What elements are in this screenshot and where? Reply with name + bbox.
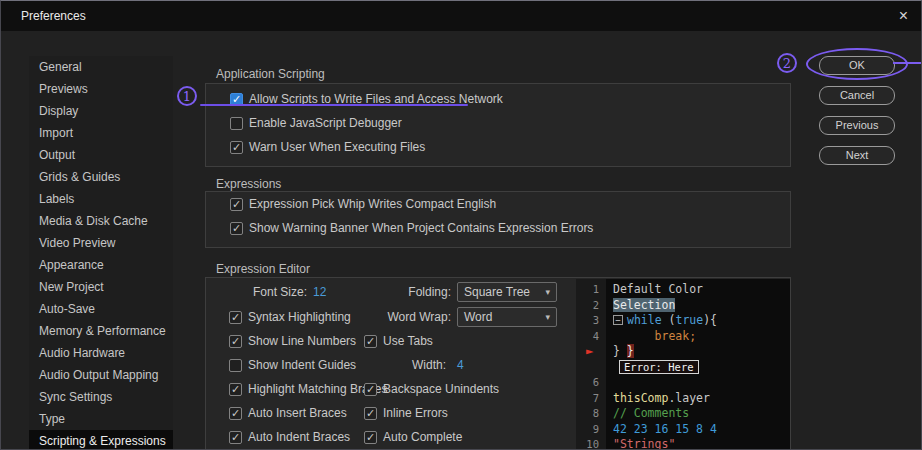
checkbox-auto-complete[interactable] <box>364 431 377 444</box>
checkbox-label: Inline Errors <box>383 406 448 420</box>
sidebar-item-scripting-expressions[interactable]: Scripting & Expressions <box>29 430 173 450</box>
sidebar: GeneralPreviewsDisplayImportOutputGrids … <box>29 56 173 450</box>
fold-marker-icon[interactable]: − <box>613 315 623 325</box>
sidebar-item-grids-guides[interactable]: Grids & Guides <box>29 166 173 188</box>
option-row: Show Warning Banner When Project Contain… <box>230 216 790 240</box>
code-token: thisComp <box>613 391 668 405</box>
code-token: 42 23 16 15 8 4 <box>613 422 717 436</box>
folding-select[interactable]: Square Tree ▾ <box>457 282 557 302</box>
application-scripting-options: Allow Scripts to Write Files and Access … <box>206 84 790 159</box>
code-token: ){ <box>703 313 717 327</box>
checkbox-label: Use Tabs <box>383 334 433 348</box>
sidebar-item-display[interactable]: Display <box>29 100 173 122</box>
option-row: Enable JavaScript Debugger <box>230 111 790 135</box>
checkbox-label: Auto Indent Braces <box>248 430 350 444</box>
code-text: 42 23 16 15 8 4 <box>606 422 717 438</box>
checkbox-auto-indent-braces[interactable] <box>229 431 242 444</box>
line-number <box>576 360 606 376</box>
line-number: 1 <box>576 282 606 298</box>
code-preview: 1Default Color2Selection3−while (true){4… <box>576 279 790 450</box>
checkbox-backspace-unindents[interactable] <box>364 383 377 396</box>
next-button[interactable]: Next <box>819 146 895 165</box>
sidebar-item-media-disk-cache[interactable]: Media & Disk Cache <box>29 210 173 232</box>
tab-width-value[interactable]: 4 <box>457 358 464 372</box>
section-title-expression-editor: Expression Editor <box>216 262 310 276</box>
sidebar-item-audio-output-mapping[interactable]: Audio Output Mapping <box>29 364 173 386</box>
line-number: 9 <box>576 422 606 438</box>
sidebar-item-memory-performance[interactable]: Memory & Performance <box>29 320 173 342</box>
checkbox-show-line-numbers[interactable] <box>229 335 242 348</box>
code-line: Error: Here <box>576 360 790 376</box>
word-wrap-select[interactable]: Word ▾ <box>457 307 557 327</box>
checkbox-warn-user-when-executing-files[interactable] <box>230 141 243 154</box>
checkbox-label: Auto Complete <box>383 430 462 444</box>
option-row: Inline Errors <box>364 401 499 425</box>
sidebar-item-sync-settings[interactable]: Sync Settings <box>29 386 173 408</box>
word-wrap-label: Word Wrap: <box>366 310 451 324</box>
font-size-value[interactable]: 12 <box>313 285 326 299</box>
option-row: Auto Complete <box>364 425 499 449</box>
code-token: // Comments <box>613 406 689 420</box>
checkbox-label: Backspace Unindents <box>383 382 499 396</box>
code-token: "Strings" <box>613 437 675 450</box>
checkbox-label: Warn User When Executing Files <box>249 140 425 154</box>
cancel-button[interactable]: Cancel <box>819 86 895 105</box>
checkbox-syntax-highlighting[interactable] <box>229 311 242 324</box>
sidebar-item-general[interactable]: General <box>29 56 173 78</box>
inline-error-box: Error: Here <box>619 360 699 374</box>
code-line: 942 23 16 15 8 4 <box>576 422 790 438</box>
checkbox-label: Show Indent Guides <box>248 358 356 372</box>
option-row: Show Indent Guides <box>229 353 387 377</box>
section-title-expressions: Expressions <box>216 177 281 191</box>
code-text: thisComp.layer <box>606 391 710 407</box>
code-token: ( <box>662 313 676 327</box>
sidebar-item-auto-save[interactable]: Auto-Save <box>29 298 173 320</box>
dialog-buttons: OKCancelPreviousNext <box>819 56 895 176</box>
option-row: Use Tabs <box>364 329 433 353</box>
close-icon[interactable]: × <box>899 1 908 31</box>
code-text: break; <box>606 329 696 345</box>
code-text: Error: Here <box>606 360 699 376</box>
annotation-step-2-badge: 2 <box>777 53 797 73</box>
code-token: true <box>675 313 703 327</box>
ok-button[interactable]: OK <box>819 56 895 75</box>
code-token: while <box>627 313 662 327</box>
previous-button[interactable]: Previous <box>819 116 895 135</box>
checkbox-label: Allow Scripts to Write Files and Access … <box>249 92 503 106</box>
code-line: 8// Comments <box>576 406 790 422</box>
checkbox-auto-insert-braces[interactable] <box>229 407 242 420</box>
code-line: ►} } <box>576 344 790 360</box>
expression-editor-right-options: Backspace UnindentsInline ErrorsAuto Com… <box>364 377 499 449</box>
checkbox-allow-scripts-to-write-files-and-access-network[interactable] <box>230 93 243 106</box>
sidebar-item-video-preview[interactable]: Video Preview <box>29 232 173 254</box>
sidebar-item-type[interactable]: Type <box>29 408 173 430</box>
checkbox-use-tabs[interactable] <box>364 335 377 348</box>
option-row: Allow Scripts to Write Files and Access … <box>230 87 790 111</box>
code-text: // Comments <box>606 406 689 422</box>
annotation-ellipse-tail <box>893 62 922 64</box>
folding-value: Square Tree <box>464 285 541 299</box>
checkbox-inline-errors[interactable] <box>364 407 377 420</box>
window-title: Preferences <box>21 1 86 31</box>
preferences-dialog: Preferences × GeneralPreviewsDisplayImpo… <box>0 0 922 450</box>
checkbox-show-indent-guides[interactable] <box>229 359 242 372</box>
sidebar-item-labels[interactable]: Labels <box>29 188 173 210</box>
sidebar-item-new-project[interactable]: New Project <box>29 276 173 298</box>
sidebar-item-audio-hardware[interactable]: Audio Hardware <box>29 342 173 364</box>
option-row: Backspace Unindents <box>364 377 499 401</box>
code-line: 2Selection <box>576 298 790 314</box>
sidebar-item-previews[interactable]: Previews <box>29 78 173 100</box>
code-text: Default Color <box>606 282 703 298</box>
error-arrow-icon: ► <box>576 344 606 360</box>
checkbox-enable-javascript-debugger[interactable] <box>230 117 243 130</box>
option-row: Expression Pick Whip Writes Compact Engl… <box>230 192 790 216</box>
code-token: } <box>613 344 627 358</box>
section-title-application-scripting: Application Scripting <box>216 67 325 81</box>
code-token: .layer <box>668 391 710 405</box>
checkbox-show-warning-banner-when-project-contains-expression-errors[interactable] <box>230 222 243 235</box>
sidebar-item-appearance[interactable]: Appearance <box>29 254 173 276</box>
checkbox-expression-pick-whip-writes-compact-english[interactable] <box>230 198 243 211</box>
sidebar-item-output[interactable]: Output <box>29 144 173 166</box>
sidebar-item-import[interactable]: Import <box>29 122 173 144</box>
checkbox-highlight-matching-braces[interactable] <box>229 383 242 396</box>
